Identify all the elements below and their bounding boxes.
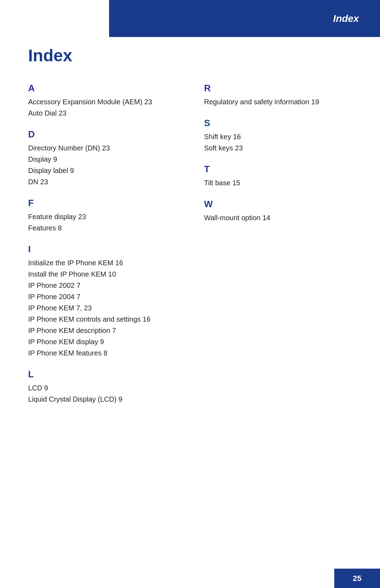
section-f: F Feature display 23 Features 8: [28, 198, 183, 233]
header-bar: Index: [109, 0, 380, 37]
section-t: T Tilt base 15: [204, 164, 359, 188]
list-item: Shift key 16: [204, 131, 359, 142]
letter-l: L: [28, 369, 183, 380]
section-l: L LCD 9 Liquid Crystal Display (LCD) 9: [28, 369, 183, 404]
list-item: Directory Number (DN) 23: [28, 143, 183, 153]
letter-w: W: [204, 199, 359, 210]
page-number: 25: [353, 574, 361, 583]
list-item: Initialize the IP Phone KEM 16: [28, 258, 183, 268]
section-r: R Regulatory and safety information 19: [204, 83, 359, 107]
index-columns: A Accessory Expansion Module (AEM) 23 Au…: [28, 83, 359, 415]
list-item: Regulatory and safety information 19: [204, 97, 359, 107]
letter-r: R: [204, 83, 359, 94]
section-w: W Wall-mount option 14: [204, 199, 359, 223]
letter-d: D: [28, 129, 183, 140]
list-item: IP Phone KEM controls and settings 16: [28, 314, 183, 324]
header-title: Index: [333, 13, 359, 24]
list-item: Soft keys 23: [204, 143, 359, 153]
list-item: Display 9: [28, 154, 183, 165]
list-item: Wall-mount option 14: [204, 212, 359, 223]
right-column: R Regulatory and safety information 19 S…: [204, 83, 359, 415]
letter-t: T: [204, 164, 359, 175]
letter-s: S: [204, 118, 359, 129]
footer-bar: 25: [334, 569, 380, 588]
section-s: S Shift key 16 Soft keys 23: [204, 118, 359, 153]
list-item: Display label 9: [28, 165, 183, 176]
main-content: Index A Accessory Expansion Module (AEM)…: [28, 46, 359, 560]
list-item: Tilt base 15: [204, 178, 359, 188]
list-item: IP Phone 2004 7: [28, 291, 183, 302]
list-item: IP Phone 2002 7: [28, 280, 183, 291]
list-item: Install the IP Phone KEM 10: [28, 269, 183, 279]
letter-f: F: [28, 198, 183, 209]
list-item: Liquid Crystal Display (LCD) 9: [28, 394, 183, 404]
list-item: IP Phone KEM display 9: [28, 336, 183, 347]
list-item: Accessory Expansion Module (AEM) 23: [28, 97, 183, 107]
list-item: Features 8: [28, 223, 183, 233]
letter-i: I: [28, 244, 183, 255]
section-a: A Accessory Expansion Module (AEM) 23 Au…: [28, 83, 183, 118]
letter-a: A: [28, 83, 183, 94]
list-item: Auto Dial 23: [28, 108, 183, 118]
page-title: Index: [28, 46, 359, 65]
section-d: D Directory Number (DN) 23 Display 9 Dis…: [28, 129, 183, 187]
list-item: LCD 9: [28, 383, 183, 393]
list-item: IP Phone KEM description 7: [28, 325, 183, 336]
list-item: Feature display 23: [28, 211, 183, 222]
left-column: A Accessory Expansion Module (AEM) 23 Au…: [28, 83, 183, 415]
list-item: IP Phone KEM 7, 23: [28, 303, 183, 313]
list-item: DN 23: [28, 177, 183, 187]
section-i: I Initialize the IP Phone KEM 16 Install…: [28, 244, 183, 358]
list-item: IP Phone KEM features 8: [28, 348, 183, 358]
